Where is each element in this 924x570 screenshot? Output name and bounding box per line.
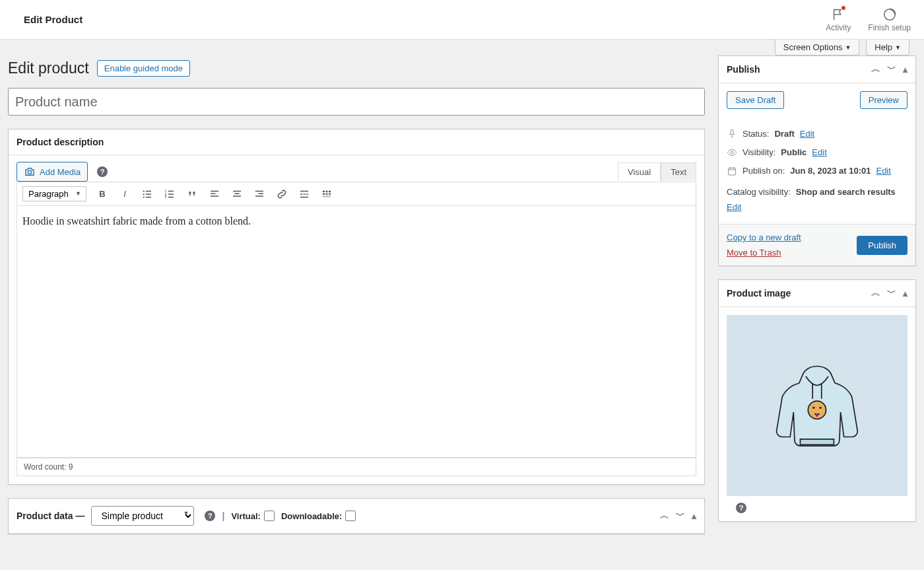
virtual-checkbox-label[interactable]: Virtual:	[231, 511, 275, 521]
blockquote-button[interactable]	[185, 188, 199, 201]
publish-panel: Publish ︿ ﹀ ▴ Save Draft Preview Status:…	[718, 55, 916, 266]
activity-button[interactable]: Activity	[826, 7, 851, 32]
preview-button[interactable]: Preview	[860, 91, 908, 109]
editor-tabs: Visual Text	[618, 162, 696, 181]
downloadable-checkbox[interactable]	[345, 511, 356, 521]
add-media-button[interactable]: Add Media	[16, 162, 88, 182]
svg-rect-30	[329, 190, 331, 192]
svg-rect-15	[211, 193, 216, 194]
read-more-button[interactable]	[298, 188, 311, 201]
svg-rect-28	[323, 190, 325, 192]
word-count-value: 9	[69, 462, 73, 472]
virtual-checkbox[interactable]	[264, 511, 275, 521]
edit-date-link[interactable]: Edit	[876, 166, 890, 176]
topbar-actions: Activity Finish setup	[826, 7, 911, 32]
numbered-list-button[interactable]: 123	[163, 188, 176, 201]
svg-rect-36	[729, 168, 736, 175]
help-button[interactable]: Help ▼	[866, 40, 909, 55]
calendar-icon	[727, 166, 737, 176]
svg-rect-32	[326, 193, 328, 194]
svg-rect-16	[211, 196, 218, 197]
svg-rect-31	[323, 193, 325, 194]
product-description-panel: Product description Add Media ? Visual T…	[8, 129, 705, 485]
product-name-input[interactable]	[8, 88, 705, 116]
product-image-panel: Product image ︿ ﹀ ▴	[718, 279, 916, 522]
align-right-button[interactable]	[253, 188, 266, 201]
svg-rect-23	[300, 190, 308, 192]
chevron-up-icon[interactable]: ︿	[871, 63, 880, 75]
notification-dot-icon	[842, 6, 845, 10]
page-title: Edit product	[8, 59, 89, 77]
editor-area: Paragraph B I 123 Hoodie in sweatshirt f…	[16, 182, 696, 458]
bullet-list-button[interactable]	[141, 188, 154, 201]
edit-catalog-link[interactable]: Edit	[727, 202, 741, 212]
svg-rect-25	[304, 194, 306, 195]
edit-status-link[interactable]: Edit	[800, 129, 814, 139]
chevron-down-icon[interactable]: ﹀	[887, 63, 896, 75]
svg-rect-18	[234, 193, 240, 194]
svg-rect-13	[168, 196, 174, 197]
chevron-up-icon[interactable]: ︿	[871, 287, 880, 299]
toolbar-toggle-button[interactable]	[320, 188, 333, 201]
separator: |	[222, 511, 224, 521]
svg-point-2	[143, 190, 145, 192]
svg-rect-24	[300, 194, 302, 195]
save-draft-button[interactable]: Save Draft	[727, 91, 784, 109]
svg-rect-26	[306, 194, 308, 195]
editor-content[interactable]: Hoodie in sweatshirt fabric made from a …	[17, 206, 696, 457]
align-left-button[interactable]	[208, 188, 221, 201]
finish-setup-button[interactable]: Finish setup	[868, 7, 911, 32]
edit-visibility-link[interactable]: Edit	[812, 147, 826, 157]
move-to-trash-link[interactable]: Move to Trash	[727, 248, 801, 258]
numbered-list-icon: 123	[164, 188, 176, 200]
svg-point-39	[819, 407, 821, 409]
hoodie-illustration	[761, 349, 873, 462]
read-more-icon	[298, 188, 310, 200]
svg-rect-5	[146, 194, 151, 195]
svg-point-6	[143, 196, 145, 197]
screen-options-button[interactable]: Screen Options ▼	[775, 40, 860, 55]
svg-rect-21	[259, 193, 264, 194]
svg-rect-11	[168, 194, 174, 195]
align-right-icon	[253, 188, 265, 200]
page-context-title: Edit Product	[24, 14, 82, 25]
format-toolbar: Paragraph B I 123	[17, 182, 696, 206]
svg-rect-19	[233, 196, 241, 197]
bold-button[interactable]: B	[96, 188, 109, 201]
downloadable-checkbox-label[interactable]: Downloadable:	[281, 511, 356, 521]
link-button[interactable]	[275, 188, 288, 201]
panel-title: Product image	[727, 288, 791, 299]
top-bar: Edit Product Activity Finish setup	[0, 0, 924, 40]
align-center-button[interactable]	[230, 188, 244, 201]
help-icon[interactable]: ?	[205, 511, 215, 521]
tab-text[interactable]: Text	[661, 162, 696, 181]
enable-guided-mode-button[interactable]: Enable guided mode	[97, 60, 190, 77]
copy-to-draft-link[interactable]: Copy to a new draft	[727, 232, 801, 242]
svg-point-35	[731, 151, 733, 154]
caret-up-icon[interactable]: ▴	[903, 288, 908, 299]
panel-title: Publish	[727, 64, 760, 75]
product-type-select[interactable]: Simple product	[91, 506, 194, 526]
screen-options-bar: Screen Options ▼ Help ▼	[0, 40, 924, 55]
caret-up-icon[interactable]: ▴	[692, 511, 696, 521]
product-image-thumbnail[interactable]	[727, 315, 908, 496]
bullet-list-icon	[141, 188, 153, 200]
publish-button[interactable]: Publish	[857, 236, 908, 255]
help-icon[interactable]: ?	[97, 166, 108, 177]
chevron-down-icon[interactable]: ﹀	[676, 510, 685, 522]
svg-rect-22	[255, 196, 263, 197]
svg-rect-27	[300, 196, 308, 197]
caret-up-icon[interactable]: ▴	[903, 64, 908, 75]
chevron-up-icon[interactable]: ︿	[660, 510, 669, 522]
chevron-down-icon[interactable]: ﹀	[887, 287, 896, 299]
paragraph-select[interactable]: Paragraph	[22, 186, 86, 201]
svg-point-38	[812, 407, 814, 409]
help-icon[interactable]: ?	[736, 503, 746, 513]
chevron-down-icon: ▼	[845, 44, 851, 51]
svg-rect-34	[323, 196, 331, 197]
tab-visual[interactable]: Visual	[618, 162, 661, 181]
svg-rect-20	[255, 190, 263, 192]
pin-icon	[727, 129, 737, 139]
italic-button[interactable]: I	[118, 188, 131, 201]
align-center-icon	[231, 188, 243, 200]
